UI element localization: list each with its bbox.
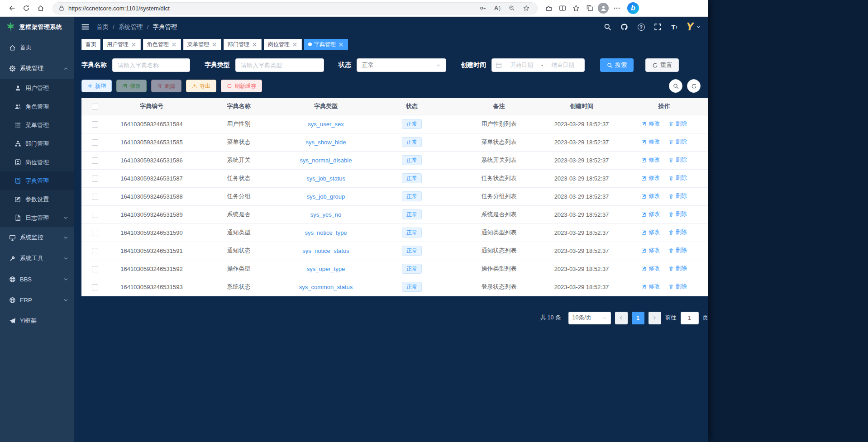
tab-dept-management[interactable]: 部门管理	[224, 39, 262, 50]
row-delete-link[interactable]: 删除	[668, 138, 687, 146]
sidebar-item-menu-management[interactable]: 菜单管理	[0, 116, 74, 134]
profile-button[interactable]	[596, 2, 610, 15]
hamburger-icon[interactable]	[81, 23, 90, 31]
favorites-button[interactable]	[569, 2, 583, 15]
back-button[interactable]	[5, 2, 19, 15]
font-size-button[interactable]: TT	[670, 22, 680, 32]
dict-type-link[interactable]: sys_notice_type	[305, 229, 347, 236]
home-button[interactable]	[33, 2, 48, 15]
row-edit-link[interactable]: 修改	[641, 120, 660, 128]
breadcrumb-system[interactable]: 系统管理	[119, 23, 153, 31]
row-edit-link[interactable]: 修改	[641, 210, 660, 218]
user-avatar-menu[interactable]: Y	[687, 20, 701, 34]
prev-page-button[interactable]	[615, 312, 628, 324]
dict-name-input[interactable]	[112, 58, 190, 72]
goto-page-input[interactable]	[681, 312, 699, 324]
tab-home[interactable]: 首页	[81, 39, 100, 50]
close-icon[interactable]	[252, 42, 258, 48]
edit-button[interactable]: 修改	[116, 80, 147, 92]
row-checkbox[interactable]	[92, 139, 98, 146]
sidebar-item-param-settings[interactable]: 参数设置	[0, 190, 74, 209]
sidebar-item-system-tools[interactable]: 系统工具	[0, 248, 74, 269]
add-favorite-button[interactable]	[521, 3, 532, 13]
header-search-button[interactable]	[603, 22, 613, 32]
help-button[interactable]: ?	[636, 22, 646, 32]
dict-type-link[interactable]: sys_common_status	[299, 284, 353, 290]
row-checkbox[interactable]	[92, 157, 98, 164]
split-screen-button[interactable]	[556, 2, 569, 15]
sidebar-item-yi-framework[interactable]: Yi框架	[0, 310, 74, 331]
dict-type-link[interactable]: sys_normal_disable	[300, 157, 352, 164]
github-button[interactable]	[620, 22, 630, 32]
bing-copilot-button[interactable]: b	[627, 2, 639, 14]
tab-post-management[interactable]: 岗位管理	[264, 39, 302, 50]
dict-type-link[interactable]: sys_job_status	[306, 175, 345, 182]
sidebar-item-post-management[interactable]: 岗位管理	[0, 153, 74, 171]
close-icon[interactable]	[292, 42, 298, 48]
current-page-button[interactable]: 1	[632, 312, 644, 324]
toggle-search-button[interactable]	[669, 79, 682, 93]
row-delete-link[interactable]: 删除	[668, 156, 687, 164]
reset-button[interactable]: 重置	[645, 58, 679, 72]
row-edit-link[interactable]: 修改	[641, 228, 660, 236]
row-edit-link[interactable]: 修改	[641, 174, 660, 182]
sidebar-item-role-management[interactable]: 角色管理	[0, 97, 74, 116]
row-checkbox[interactable]	[92, 248, 98, 254]
password-key-button[interactable]	[477, 3, 488, 13]
address-bar[interactable]: https://ccnetcore.com:1101/system/dict A	[52, 2, 538, 14]
search-button[interactable]: 搜索	[600, 58, 634, 72]
refresh-table-button[interactable]	[687, 79, 701, 93]
export-button[interactable]: 导出	[186, 80, 216, 92]
row-delete-link[interactable]: 删除	[668, 228, 687, 236]
close-icon[interactable]	[171, 42, 177, 48]
sidebar-item-erp[interactable]: ERP	[0, 290, 74, 310]
dict-type-link[interactable]: sys_oper_type	[307, 266, 345, 272]
delete-button[interactable]: 删除	[151, 80, 181, 92]
row-edit-link[interactable]: 修改	[641, 156, 660, 164]
dict-type-link[interactable]: sys_job_group	[307, 193, 345, 200]
row-delete-link[interactable]: 删除	[668, 210, 687, 218]
row-checkbox[interactable]	[92, 212, 98, 218]
add-button[interactable]: 新增	[81, 80, 112, 92]
refresh-cache-button[interactable]: 刷新缓存	[221, 80, 262, 92]
sidebar-item-log-management[interactable]: 日志管理	[0, 209, 74, 227]
row-edit-link[interactable]: 修改	[641, 247, 660, 254]
row-edit-link[interactable]: 修改	[641, 283, 660, 290]
tab-dict-management[interactable]: 字典管理	[304, 39, 348, 50]
zoom-button[interactable]	[506, 3, 517, 13]
close-icon[interactable]	[131, 42, 137, 48]
dict-type-link[interactable]: sys_user_sex	[308, 121, 343, 128]
tab-menu-management[interactable]: 菜单管理	[183, 39, 221, 50]
dict-type-link[interactable]: sys_notice_status	[302, 247, 349, 254]
sidebar-item-dept-management[interactable]: 部门管理	[0, 134, 74, 153]
row-delete-link[interactable]: 删除	[668, 283, 687, 290]
dict-type-link[interactable]: sys_yes_no	[310, 211, 342, 218]
row-checkbox[interactable]	[92, 194, 98, 200]
tab-role-management[interactable]: 角色管理	[143, 39, 181, 50]
extensions-button[interactable]	[542, 2, 556, 15]
row-checkbox[interactable]	[92, 176, 98, 182]
refresh-button[interactable]	[19, 2, 33, 15]
sidebar-item-dict-management[interactable]: 字典管理	[0, 171, 74, 190]
fullscreen-button[interactable]	[653, 22, 663, 32]
row-delete-link[interactable]: 删除	[668, 192, 687, 200]
status-select[interactable]: 正常	[357, 58, 446, 72]
sidebar-item-home[interactable]: 首页	[0, 37, 74, 58]
sidebar-item-user-management[interactable]: 用户管理	[0, 79, 74, 97]
collections-button[interactable]	[583, 2, 596, 15]
row-checkbox[interactable]	[92, 121, 98, 128]
next-page-button[interactable]	[649, 312, 661, 324]
sidebar-item-bbs[interactable]: BBS	[0, 269, 74, 290]
page-size-select[interactable]: 10条/页	[568, 312, 611, 324]
browser-menu-button[interactable]	[610, 2, 624, 15]
row-delete-link[interactable]: 删除	[668, 265, 687, 272]
close-icon[interactable]	[338, 42, 344, 48]
dict-type-input[interactable]	[235, 58, 324, 72]
row-checkbox[interactable]	[92, 284, 98, 290]
tab-user-management[interactable]: 用户管理	[103, 39, 141, 50]
date-range-picker[interactable]: 开始日期 - 结束日期	[491, 58, 585, 72]
row-delete-link[interactable]: 删除	[668, 247, 687, 254]
close-icon[interactable]	[211, 42, 217, 48]
row-checkbox[interactable]	[92, 266, 98, 272]
read-aloud-button[interactable]: A	[492, 3, 503, 13]
